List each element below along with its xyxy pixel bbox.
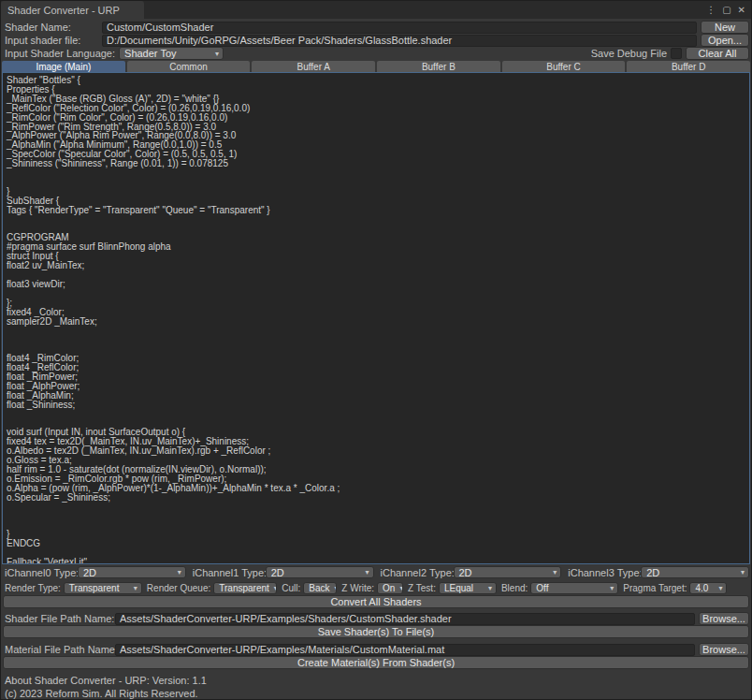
ichannel1-type-value: 2D	[271, 567, 284, 578]
ichannel1-type-label: iChannel1 Type:	[193, 567, 266, 578]
input-file-label: Input shader file:	[5, 35, 98, 46]
shader-path-input[interactable]: Assets/ShaderConverter-URP/Examples/Shad…	[115, 613, 695, 625]
blend-value: Off	[536, 583, 548, 593]
open-button[interactable]: Open...	[701, 34, 749, 47]
render-type-label: Render Type:	[5, 583, 61, 593]
ztest-dropdown[interactable]: LEqual ▾	[439, 582, 497, 594]
window-title: Shader Converter - URP	[7, 5, 120, 16]
cull-group: Cull: Back ▾	[282, 582, 337, 594]
pragma-target-dropdown[interactable]: 4.0 ▾	[689, 582, 727, 594]
ichannel1-type-dropdown[interactable]: 2D ▾	[266, 566, 374, 578]
render-type-value: Transparent	[69, 583, 120, 593]
shader-path-row: Shader File Path Name: Assets/ShaderConv…	[5, 612, 749, 625]
zwrite-value: On	[383, 583, 395, 593]
render-options-row: Render Type: Transparent ▾ Render Queue:…	[5, 582, 749, 594]
ichannel0-type-dropdown[interactable]: 2D ▾	[78, 566, 186, 578]
material-path-label: Material File Path Name:	[5, 644, 111, 655]
shader-browse-button[interactable]: Browse...	[699, 612, 749, 625]
ichannel3-group: iChannel3 Type: 2D ▾	[568, 566, 749, 578]
render-queue-value: Transparent	[219, 583, 269, 593]
material-path-input[interactable]: Assets/ShaderConverter-URP/Examples/Mate…	[115, 644, 695, 656]
render-queue-label: Render Queue:	[147, 583, 210, 593]
ztest-label: Z Test:	[408, 583, 436, 593]
window-titlebar: Shader Converter - URP ⋮ ▢ ✕	[1, 1, 751, 19]
shader-name-value: Custom/CustomShader	[107, 22, 213, 33]
cull-dropdown[interactable]: Back ▾	[303, 582, 337, 594]
ichannel3-type-label: iChannel3 Type:	[568, 567, 641, 578]
ichannel2-type-dropdown[interactable]: 2D ▾	[454, 566, 562, 578]
dropdown-arrow-icon: ▾	[178, 568, 181, 576]
dropdown-arrow-icon: ▾	[718, 584, 722, 592]
material-path-value: Assets/ShaderConverter-URP/Examples/Mate…	[120, 644, 444, 655]
input-file-input[interactable]: D:/Documents/Unity/GoRPG/Assets/Beer Pac…	[102, 35, 697, 47]
buffer-tabs: Image (Main) Common Buffer A Buffer B Bu…	[2, 61, 750, 72]
window-title-tab[interactable]: Shader Converter - URP	[1, 1, 144, 19]
save-debug-checkbox[interactable]	[671, 48, 682, 59]
ichannel0-group: iChannel0 Type: 2D ▾	[5, 566, 186, 578]
input-file-row: Input shader file: D:/Documents/Unity/Go…	[5, 34, 749, 47]
dropdown-arrow-icon: ▾	[134, 584, 137, 592]
render-queue-group: Render Queue: Transparent ▾	[147, 582, 277, 594]
shader-path-label: Shader File Path Name:	[5, 613, 111, 624]
tab-buffer-a[interactable]: Buffer A	[252, 61, 375, 72]
close-icon[interactable]: ✕	[738, 5, 745, 15]
input-file-value: D:/Documents/Unity/GoRPG/Assets/Beer Pac…	[107, 35, 452, 46]
render-type-group: Render Type: Transparent ▾	[5, 582, 142, 594]
material-browse-button[interactable]: Browse...	[699, 643, 749, 656]
copyright-text: (c) 2023 Reform Sim. All Rights Reserved…	[5, 688, 751, 699]
shader-name-row: Shader Name: Custom/CustomShader New	[5, 21, 749, 34]
tab-buffer-c[interactable]: Buffer C	[502, 61, 626, 72]
ichannel0-type-label: iChannel0 Type:	[5, 567, 78, 578]
shader-name-label: Shader Name:	[5, 22, 98, 33]
save-shaders-button[interactable]: Save Shader(s) To File(s)	[3, 625, 749, 638]
shader-code-editor[interactable]: Shader "Bottles" { Properties { _MainTex…	[2, 72, 750, 564]
language-row: Input Shader Language: Shader Toy ▾ Save…	[5, 47, 749, 60]
dropdown-arrow-icon: ▾	[215, 50, 219, 58]
maximize-icon[interactable]: ▢	[722, 5, 730, 15]
pragma-target-value: 4.0	[695, 583, 708, 593]
convert-all-shaders-button[interactable]: Convert All Shaders	[3, 595, 749, 608]
ichannel-row: iChannel0 Type: 2D ▾ iChannel1 Type: 2D …	[5, 566, 749, 578]
dropdown-arrow-icon: ▾	[741, 568, 745, 576]
blend-dropdown[interactable]: Off ▾	[530, 582, 618, 594]
ichannel1-group: iChannel1 Type: 2D ▾	[193, 566, 374, 578]
zwrite-group: Z Write: On ▾	[341, 582, 403, 594]
pragma-target-group: Pragma Target: 4.0 ▾	[623, 582, 727, 594]
cull-label: Cull:	[282, 583, 300, 593]
ichannel2-group: iChannel2 Type: 2D ▾	[381, 566, 562, 578]
clear-all-button[interactable]: Clear All	[686, 47, 749, 60]
ichannel3-type-dropdown[interactable]: 2D ▾	[641, 566, 749, 578]
shader-converter-window: Shader Converter - URP ⋮ ▢ ✕ Shader Name…	[0, 0, 752, 700]
ichannel0-type-value: 2D	[83, 567, 96, 578]
tab-image-main[interactable]: Image (Main)	[2, 61, 125, 72]
shader-name-input[interactable]: Custom/CustomShader	[102, 22, 697, 34]
dropdown-arrow-icon: ▾	[335, 584, 338, 592]
language-label: Input Shader Language:	[5, 48, 115, 59]
create-materials-button[interactable]: Create Material(s) From Shader(s)	[3, 656, 749, 669]
dropdown-arrow-icon: ▾	[553, 568, 557, 576]
zwrite-label: Z Write:	[341, 583, 374, 593]
footer: About Shader Converter - URP: Version: 1…	[5, 675, 751, 699]
tab-common[interactable]: Common	[127, 61, 251, 72]
dropdown-arrow-icon: ▾	[365, 568, 369, 576]
language-dropdown[interactable]: Shader Toy ▾	[119, 47, 224, 60]
new-button[interactable]: New	[701, 21, 749, 34]
blend-label: Blend:	[501, 583, 528, 593]
render-queue-dropdown[interactable]: Transparent ▾	[213, 582, 277, 594]
cull-value: Back	[309, 583, 329, 593]
ztest-value: LEqual	[444, 583, 473, 593]
blend-group: Blend: Off ▾	[501, 582, 618, 594]
material-path-row: Material File Path Name: Assets/ShaderCo…	[5, 643, 749, 656]
tab-buffer-b[interactable]: Buffer B	[377, 61, 500, 72]
zwrite-dropdown[interactable]: On ▾	[377, 582, 403, 594]
ichannel2-type-value: 2D	[459, 567, 472, 578]
ichannel3-type-value: 2D	[646, 567, 659, 578]
dropdown-arrow-icon: ▾	[488, 584, 492, 592]
ichannel2-type-label: iChannel2 Type:	[381, 567, 454, 578]
language-value: Shader Toy	[124, 48, 176, 59]
dropdown-arrow-icon: ▾	[399, 584, 403, 592]
tab-buffer-d[interactable]: Buffer D	[627, 61, 750, 72]
render-type-dropdown[interactable]: Transparent ▾	[64, 582, 142, 594]
dropdown-arrow-icon: ▾	[274, 584, 277, 592]
menu-icon[interactable]: ⋮	[706, 5, 716, 15]
